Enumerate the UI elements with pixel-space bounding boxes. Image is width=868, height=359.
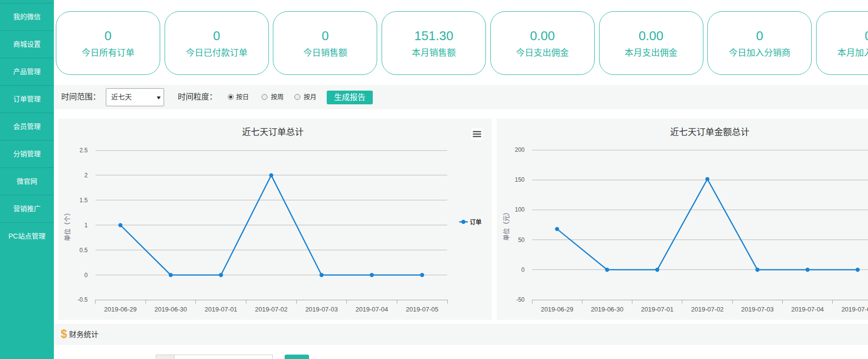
svg-text:2019-07-03: 2019-07-03 bbox=[305, 306, 338, 313]
svg-text:订单: 订单 bbox=[470, 218, 482, 226]
svg-text:2019-07-05: 2019-07-05 bbox=[406, 306, 438, 313]
svg-text:单位（元）: 单位（元） bbox=[503, 209, 510, 240]
svg-text:0: 0 bbox=[84, 272, 88, 279]
svg-text:2.5: 2.5 bbox=[79, 147, 88, 154]
svg-text:50: 50 bbox=[518, 237, 525, 243]
svg-text:近七天订单总计: 近七天订单总计 bbox=[242, 127, 304, 137]
svg-text:2019-07-03: 2019-07-03 bbox=[741, 306, 774, 313]
svg-text:100: 100 bbox=[515, 206, 525, 213]
svg-text:2: 2 bbox=[84, 172, 88, 179]
svg-text:2019-06-29: 2019-06-29 bbox=[541, 306, 574, 313]
svg-text:-0.5: -0.5 bbox=[77, 296, 88, 303]
svg-text:2019-07-02: 2019-07-02 bbox=[255, 306, 288, 313]
svg-text:150: 150 bbox=[515, 176, 525, 183]
svg-text:2019-06-30: 2019-06-30 bbox=[154, 306, 187, 313]
svg-text:单位（个）: 单位（个） bbox=[64, 209, 71, 241]
svg-text:2019-07-01: 2019-07-01 bbox=[641, 306, 674, 313]
svg-text:2019-07-05: 2019-07-05 bbox=[842, 306, 868, 313]
svg-text:0.5: 0.5 bbox=[79, 247, 88, 254]
svg-text:2019-07-02: 2019-07-02 bbox=[691, 306, 724, 313]
svg-text:1: 1 bbox=[84, 222, 88, 229]
svg-text:-50: -50 bbox=[516, 296, 525, 303]
svg-text:200: 200 bbox=[515, 146, 525, 153]
svg-text:2019-06-30: 2019-06-30 bbox=[591, 306, 624, 313]
svg-text:2019-07-01: 2019-07-01 bbox=[205, 306, 238, 313]
svg-text:1.5: 1.5 bbox=[79, 197, 88, 204]
svg-text:2019-06-29: 2019-06-29 bbox=[104, 306, 137, 313]
svg-text:近七天订单金额总计: 近七天订单金额总计 bbox=[670, 127, 749, 137]
svg-text:2019-07-04: 2019-07-04 bbox=[356, 306, 388, 313]
svg-text:2019-07-04: 2019-07-04 bbox=[791, 306, 824, 313]
svg-text:0: 0 bbox=[521, 266, 525, 273]
